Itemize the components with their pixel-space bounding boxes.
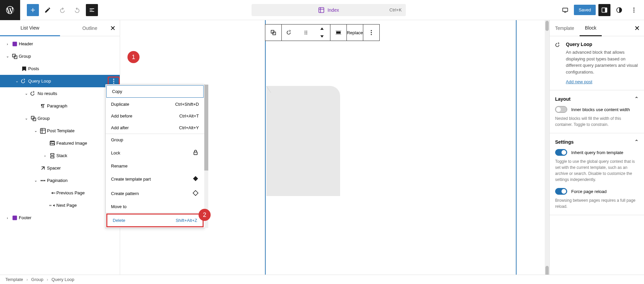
tab-template[interactable]: Template	[550, 21, 580, 36]
undo-button[interactable]	[56, 4, 68, 16]
list-view-button[interactable]	[86, 4, 98, 16]
lock-icon	[192, 149, 199, 157]
force-reload-hint: Browsing between pages requires a full p…	[555, 197, 639, 209]
svg-point-38	[371, 32, 372, 33]
replace-button[interactable]: Replace	[347, 25, 363, 41]
force-reload-toggle[interactable]	[555, 188, 567, 195]
svg-rect-26	[51, 205, 51, 206]
document-title-bar[interactable]: Index Ctrl+K	[252, 4, 406, 16]
dd-duplicate[interactable]: DuplicateCtrl+Shift+D	[106, 98, 204, 110]
dd-copy[interactable]: Copy	[106, 85, 204, 98]
tree-item-pagination[interactable]: ⌄Pagination	[0, 174, 120, 187]
dd-rename[interactable]: Rename	[106, 160, 204, 172]
edit-button[interactable]	[42, 4, 54, 16]
tree-item-spacer[interactable]: Spacer	[0, 162, 120, 174]
dd-add-after[interactable]: Add afterCtrl+Alt+Y	[106, 122, 204, 134]
document-title: Index	[327, 7, 339, 13]
svg-point-5	[633, 7, 634, 8]
drag-handle[interactable]	[298, 25, 314, 41]
dd-lock[interactable]: Lock	[106, 146, 204, 160]
svg-rect-23	[53, 192, 54, 193]
tree-item-post-template[interactable]: ⌄Post Template	[0, 125, 120, 137]
tree-item-previous-page[interactable]: Previous Page	[0, 187, 120, 199]
tree-item-posts[interactable]: Posts	[0, 62, 120, 75]
svg-point-11	[113, 79, 114, 80]
svg-line-41	[266, 86, 273, 93]
add-new-post-link[interactable]: Add new post	[566, 79, 592, 84]
svg-rect-19	[51, 156, 54, 158]
svg-point-34	[305, 34, 306, 35]
tree-item-featured-image[interactable]: Featured Image	[0, 137, 120, 149]
svg-point-12	[113, 81, 114, 82]
canvas-placeholder-image	[266, 86, 340, 196]
dd-delete[interactable]: DeleteShift+Alt+Z	[106, 214, 204, 227]
document-kbd: Ctrl+K	[389, 7, 401, 12]
block-options-dropdown: Copy DuplicateCtrl+Shift+D Add beforeCtr…	[105, 84, 205, 228]
block-type-button[interactable]	[282, 25, 298, 41]
redo-button[interactable]	[71, 4, 83, 16]
block-more-button[interactable]	[363, 25, 379, 41]
tab-block[interactable]: Block	[580, 20, 602, 36]
parent-block-button[interactable]	[265, 25, 281, 41]
svg-rect-16	[41, 128, 46, 133]
canvas-scrollbar[interactable]	[545, 20, 549, 284]
svg-rect-22	[44, 180, 45, 181]
inherit-query-toggle[interactable]	[555, 149, 567, 156]
dd-add-before[interactable]: Add beforeCtrl+Alt+T	[106, 110, 204, 122]
breadcrumb-item[interactable]: Group	[31, 277, 43, 282]
dd-create-template-part[interactable]: Create template part	[106, 172, 204, 186]
dd-move-to[interactable]: Move to	[106, 201, 204, 212]
save-button[interactable]: Saved	[574, 5, 596, 15]
svg-rect-0	[319, 7, 324, 12]
styles-button[interactable]	[613, 4, 625, 16]
breadcrumb-item[interactable]: Query Loop	[52, 277, 74, 282]
svg-point-7	[633, 11, 634, 12]
add-block-button[interactable]	[27, 4, 39, 16]
tree-item-no-results[interactable]: ⌄No results	[0, 87, 120, 100]
svg-rect-42	[194, 152, 197, 155]
tree-item-stack[interactable]: ›Stack	[0, 149, 120, 162]
block-description: An advanced block that allows displaying…	[566, 49, 639, 75]
view-button[interactable]	[559, 4, 571, 16]
selection-border	[516, 20, 517, 284]
tree-item-footer[interactable]: ›Footer	[0, 211, 120, 224]
layout-hint: Nested blocks will fill the width of thi…	[555, 115, 639, 128]
inherit-query-label: Inherit query from template	[571, 150, 623, 155]
svg-rect-21	[42, 180, 43, 181]
collapse-icon[interactable]: ⌃	[634, 96, 639, 102]
options-button[interactable]	[628, 4, 640, 16]
dropdown-scrollbar[interactable]	[204, 85, 208, 228]
content-width-toggle[interactable]	[555, 106, 567, 113]
selection-border	[265, 20, 266, 284]
svg-rect-8	[12, 42, 17, 46]
dd-group[interactable]: Group	[106, 134, 204, 146]
tree-item-next-page[interactable]: Next Page	[0, 199, 120, 211]
annotation-arrow	[114, 60, 121, 67]
inherit-hint: Toggle to use the global query context t…	[555, 158, 639, 183]
svg-rect-25	[50, 205, 50, 206]
tree-item-header[interactable]: ›Header	[0, 38, 120, 50]
svg-rect-24	[55, 192, 55, 193]
tab-list-view[interactable]: List View	[0, 20, 60, 36]
breadcrumb-item[interactable]: Template	[5, 277, 23, 282]
svg-line-40	[266, 86, 273, 93]
wordpress-logo[interactable]	[0, 0, 20, 20]
dd-create-pattern[interactable]: Create pattern	[106, 186, 204, 201]
pattern-icon	[192, 190, 199, 197]
tree-item-paragraph[interactable]: Paragraph	[0, 100, 120, 112]
svg-point-32	[305, 32, 306, 33]
breadcrumb: Template › Group › Query Loop	[0, 275, 644, 284]
close-sidebar-button[interactable]: ✕	[634, 24, 640, 32]
tree-item-query-loop[interactable]: ⌄Query Loop	[0, 75, 120, 87]
svg-rect-3	[605, 8, 607, 12]
svg-point-31	[306, 31, 307, 32]
content-width-label: Inner blocks use content width	[571, 107, 630, 112]
move-buttons[interactable]	[314, 25, 330, 41]
collapse-icon[interactable]: ⌃	[634, 139, 639, 145]
tree-item-group2[interactable]: ⌄Group	[0, 112, 120, 125]
close-panel-button[interactable]: ✕	[110, 24, 116, 32]
align-button[interactable]	[330, 25, 346, 41]
svg-point-35	[306, 34, 307, 35]
tree-item-group[interactable]: ⌄Group	[0, 50, 120, 62]
settings-sidebar-button[interactable]	[598, 4, 610, 16]
